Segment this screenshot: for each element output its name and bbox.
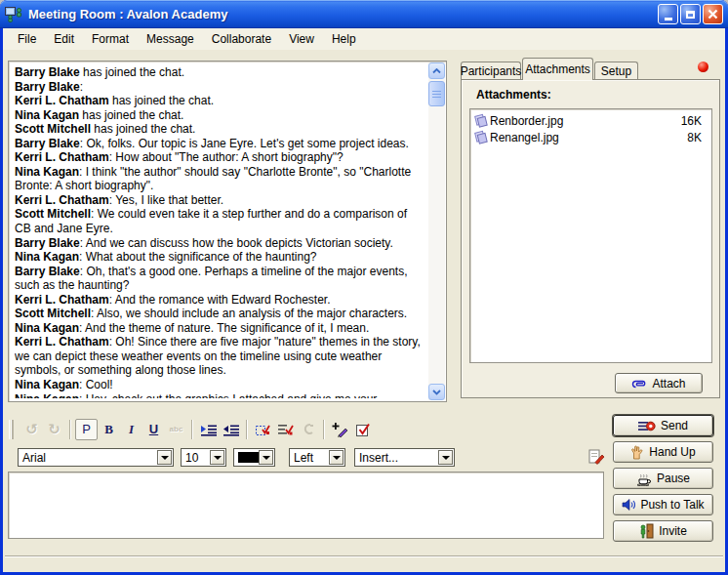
font-color-dropdown-button[interactable]	[259, 450, 273, 465]
chat-message-text: : And we can discuss how the book depict…	[80, 236, 393, 250]
undo-button[interactable]: ↺	[20, 419, 43, 440]
underline-button[interactable]: U	[142, 419, 165, 440]
chat-message: Kerri L. Chatham: Oh! Since there are fi…	[15, 335, 424, 378]
chat-sender: Scott Mitchell	[15, 307, 91, 320]
chat-sender: Kerri L. Chatham	[15, 94, 109, 107]
tab-setup-label: Setup	[601, 64, 631, 78]
chat-scrollbar[interactable]	[428, 62, 445, 400]
chat-message: Nina Kagan: What about the significance …	[15, 250, 424, 265]
disabled-tool-icon	[302, 423, 315, 436]
disabled-tool-button	[297, 419, 319, 440]
dropdown-arrow-icon	[263, 456, 270, 460]
meeting-app-icon	[5, 6, 24, 22]
message-input[interactable]	[8, 472, 604, 539]
toolbar-grip-handle[interactable]	[9, 420, 17, 439]
chat-message-text: has joined the chat.	[79, 108, 183, 122]
mark-selection-button[interactable]	[252, 419, 274, 440]
redo-button[interactable]: ↻	[43, 419, 65, 440]
italic-button[interactable]: I	[120, 419, 142, 440]
pause-button[interactable]: Pause	[613, 468, 713, 489]
chat-sender: Nina Kagan	[15, 108, 79, 122]
title-bar[interactable]: Meeting Room : Avalon Academy	[0, 0, 728, 28]
menu-item-help[interactable]: Help	[323, 29, 365, 49]
menu-item-format[interactable]: Format	[83, 29, 138, 49]
mark-lines-button[interactable]	[274, 419, 297, 440]
alignment-select[interactable]: Left	[289, 448, 345, 467]
pen-plus-icon	[332, 422, 348, 437]
insert-select[interactable]: Insert...	[354, 448, 455, 467]
menu-item-collaborate[interactable]: Collaborate	[203, 29, 280, 49]
minimize-button[interactable]	[658, 4, 678, 24]
paperclip-icon	[631, 378, 647, 390]
attachment-row[interactable]: Renangel.jpg 8K	[472, 129, 709, 145]
chat-message: Scott Mitchell: We could even take it a …	[15, 207, 424, 235]
tab-participants[interactable]: Participants	[461, 62, 521, 80]
attachments-heading: Attachments:	[476, 88, 551, 102]
spell-check-button[interactable]	[351, 419, 374, 440]
attachment-name: Renangel.jpg	[490, 131, 687, 144]
chat-sender: Scott Mitchell	[15, 207, 91, 221]
disabled-text-icon: abc	[170, 425, 183, 433]
font-family-select[interactable]: Arial	[18, 448, 174, 467]
invite-button[interactable]: Invite	[613, 520, 713, 542]
chat-sender: Kerri L. Chatham	[15, 335, 109, 349]
alignment-dropdown-button[interactable]	[329, 450, 344, 465]
coffee-cup-icon	[636, 472, 652, 486]
italic-icon: I	[129, 422, 134, 437]
increase-indent-button[interactable]	[197, 419, 220, 440]
menu-item-file[interactable]: File	[9, 29, 45, 49]
attachments-list[interactable]: Renborder.jpg 16K Renangel.jpg 8K	[469, 108, 712, 363]
attachment-size: 16K	[681, 114, 702, 128]
tab-attachments[interactable]: Attachments	[522, 58, 593, 80]
scroll-up-button[interactable]	[428, 62, 445, 79]
font-toolbar: Arial 10 Left Insert...	[8, 446, 605, 471]
bold-button[interactable]: B	[98, 419, 120, 440]
scroll-thumb[interactable]	[428, 81, 445, 106]
chat-sender: Nina Kagan	[15, 392, 79, 398]
font-color-select[interactable]	[233, 448, 275, 467]
tab-attachments-label: Attachments	[525, 62, 590, 76]
window-controls	[658, 4, 723, 24]
chat-message: Barry Blake: Ok, folks. Our topic is Jan…	[15, 137, 424, 151]
lines-check-icon	[277, 422, 294, 437]
toolbar-separator	[323, 420, 325, 439]
edit-message-button[interactable]	[587, 448, 605, 466]
menu-bar: FileEditFormatMessageCollaborateViewHelp	[3, 28, 725, 50]
chat-transcript[interactable]: Barry Blake has joined the chat. Barry B…	[8, 61, 447, 402]
push-to-talk-button[interactable]: Push to Talk	[613, 494, 713, 515]
menu-item-view[interactable]: View	[280, 29, 323, 49]
file-pages-icon	[472, 130, 490, 144]
tab-setup[interactable]: Setup	[594, 62, 638, 80]
speaker-icon	[622, 498, 635, 512]
attach-button[interactable]: Attach	[615, 373, 703, 393]
chat-message: Barry Blake: And we can discuss how the …	[15, 236, 424, 251]
hand-up-button[interactable]: Hand Up	[613, 441, 713, 463]
pause-button-label: Pause	[657, 472, 690, 485]
add-annotation-button[interactable]	[329, 419, 351, 440]
menu-item-message[interactable]: Message	[138, 29, 203, 49]
send-button[interactable]: Send	[613, 415, 713, 436]
font-size-dropdown-button[interactable]	[210, 450, 224, 465]
chat-message-text: : Ok, folks. Our topic is Jane Eyre. Let…	[80, 137, 409, 150]
chat-sender: Barry Blake	[15, 265, 80, 278]
insert-dropdown-button[interactable]	[438, 450, 453, 465]
decrease-indent-button[interactable]	[220, 419, 242, 440]
alignment-value: Left	[294, 451, 313, 465]
chat-message-text: : Yes, I like that better.	[109, 193, 223, 207]
chat-message: Kerri L. Chatham: How about "The author:…	[15, 150, 424, 165]
close-button[interactable]	[703, 4, 723, 24]
chat-sender: Barry Blake	[15, 80, 80, 94]
menu-item-edit[interactable]: Edit	[45, 29, 83, 49]
attachment-row[interactable]: Renborder.jpg 16K	[472, 112, 709, 129]
maximize-button[interactable]	[680, 4, 701, 24]
status-divider	[5, 555, 723, 557]
recording-status-dot	[698, 62, 708, 72]
underline-icon: U	[149, 422, 158, 436]
plain-text-button[interactable]: P	[75, 419, 98, 440]
chat-sender: Kerri L. Chatham	[15, 150, 109, 164]
minimize-icon	[665, 18, 672, 21]
font-family-dropdown-button[interactable]	[157, 450, 172, 465]
scroll-down-button[interactable]	[428, 384, 445, 400]
font-size-select[interactable]: 10	[181, 448, 226, 467]
chat-message: Nina Kagan: Cool!	[15, 378, 424, 392]
